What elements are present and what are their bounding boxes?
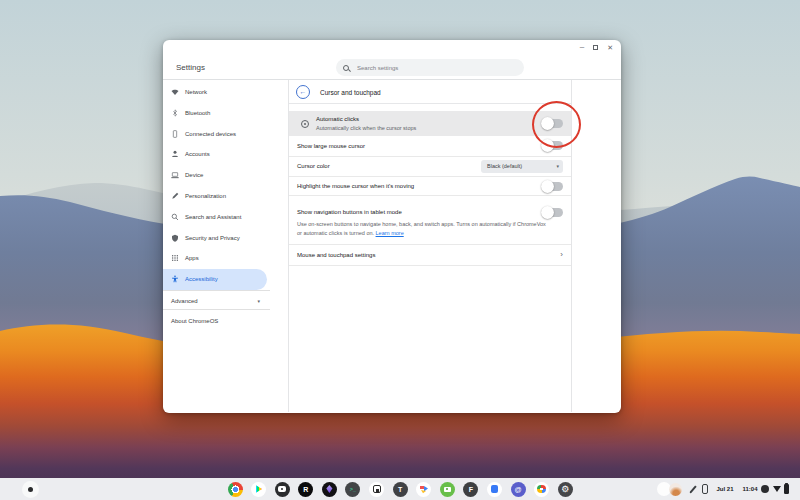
- sidebar-item-connected-devices[interactable]: Connected devices: [163, 123, 267, 144]
- battery-icon: [784, 484, 789, 494]
- sidebar-divider: [163, 309, 270, 310]
- notes-app-icon[interactable]: [369, 482, 384, 497]
- highlight-cursor-toggle[interactable]: [543, 182, 563, 191]
- notification-icons: [657, 482, 683, 496]
- t-app-icon[interactable]: T: [393, 482, 408, 497]
- person-icon: [171, 150, 179, 158]
- titlebar: Settings – ✕: [163, 40, 621, 80]
- phone-hub-icon: [702, 484, 709, 495]
- search-icon: [343, 65, 349, 71]
- tablet-navigation-toggle[interactable]: [543, 208, 563, 217]
- chevron-right-icon: ›: [560, 251, 563, 259]
- row-highlight-cursor[interactable]: Highlight the mouse cursor when it's mov…: [289, 177, 571, 196]
- tray-date: Jul 21: [716, 486, 733, 492]
- sidebar-item-security-privacy[interactable]: Security and Privacy: [163, 227, 267, 248]
- row-large-cursor[interactable]: Show large mouse cursor: [289, 136, 571, 157]
- automatic-clicks-icon: [301, 120, 309, 128]
- stylus-icon: [689, 486, 696, 493]
- sidebar-advanced[interactable]: Advanced ▾: [163, 294, 270, 309]
- f-app-icon[interactable]: F: [463, 482, 478, 497]
- shield-icon: [171, 234, 179, 242]
- sidebar-item-accounts[interactable]: Accounts: [163, 144, 267, 165]
- maximize-icon[interactable]: [593, 45, 598, 50]
- sidebar-item-bluetooth[interactable]: Bluetooth: [163, 102, 267, 123]
- apps-grid-icon: [171, 254, 179, 262]
- mastodon-app-icon[interactable]: @: [511, 482, 526, 497]
- search-small-icon: [171, 213, 179, 221]
- sidebar-item-personalization[interactable]: Personalization: [163, 186, 267, 207]
- status-icon: [761, 485, 769, 493]
- sidebar-item-device[interactable]: Device: [163, 165, 267, 186]
- shelf: R >_ T F @ ⚙ Jul 21 11:04: [0, 478, 800, 500]
- row-tablet-navigation[interactable]: Show navigation buttons in tablet mode U…: [289, 196, 571, 245]
- sidebar-item-network[interactable]: Network: [163, 82, 267, 103]
- chromium-app-icon[interactable]: [534, 482, 549, 497]
- camera-app-icon[interactable]: [275, 482, 290, 497]
- smartphone-icon: [171, 130, 179, 138]
- play-store-app-icon[interactable]: [251, 482, 266, 497]
- cursor-color-dropdown[interactable]: Black (default) ▾: [481, 160, 563, 173]
- system-tray[interactable]: Jul 21 11:04: [657, 481, 789, 498]
- bluetooth-icon: [171, 109, 179, 117]
- tray-time: 11:04: [742, 486, 757, 492]
- launcher-button[interactable]: [22, 481, 39, 498]
- close-icon[interactable]: ✕: [607, 44, 613, 51]
- chrome-app-icon[interactable]: [228, 482, 243, 497]
- minimize-icon[interactable]: –: [580, 43, 584, 51]
- settings-content: ← Cursor and touchpad Automatic clicksAu…: [288, 80, 572, 412]
- row-cursor-color[interactable]: Cursor color Black (default) ▾: [289, 157, 571, 178]
- accessibility-icon: [171, 275, 179, 283]
- learn-more-link[interactable]: Learn more: [376, 230, 404, 236]
- settings-window: Settings – ✕ Network Bluetooth: [163, 40, 621, 413]
- blue-square-app-icon[interactable]: [487, 482, 502, 497]
- row-automatic-clicks[interactable]: Automatic clicksAutomatically click when…: [289, 111, 571, 136]
- annotation-red-circle: [532, 101, 581, 148]
- paint-icon: [171, 192, 179, 200]
- terminal-app-icon[interactable]: >_: [345, 482, 360, 497]
- laptop-icon: [171, 171, 179, 179]
- sidebar-about-chromeos[interactable]: About ChromeOS: [163, 311, 270, 332]
- back-button[interactable]: ←: [296, 85, 310, 99]
- page-title: Cursor and touchpad: [320, 89, 381, 96]
- files-app-icon[interactable]: [416, 482, 431, 497]
- window-title: Settings: [176, 63, 205, 72]
- sidebar-item-search-assistant[interactable]: Search and Assistant: [163, 206, 267, 227]
- wifi-status-icon: [773, 486, 781, 492]
- wifi-icon: [171, 88, 179, 96]
- gem-app-icon[interactable]: [322, 482, 337, 497]
- settings-search[interactable]: [336, 59, 524, 76]
- sidebar-item-accessibility[interactable]: Accessibility: [163, 269, 267, 290]
- settings-app-icon[interactable]: ⚙: [558, 482, 573, 497]
- chevron-down-icon: ▾: [257, 298, 260, 304]
- sidebar: Network Bluetooth Connected devices Acco…: [163, 80, 288, 412]
- row-mouse-touchpad-settings[interactable]: Mouse and touchpad settings ›: [289, 245, 571, 266]
- sidebar-divider: [163, 290, 270, 291]
- r-app-icon[interactable]: R: [298, 482, 313, 497]
- dropdown-caret-icon: ▾: [556, 163, 559, 169]
- search-input[interactable]: [357, 65, 477, 71]
- sidebar-item-apps[interactable]: Apps: [163, 248, 267, 269]
- green-app-icon[interactable]: [440, 482, 455, 497]
